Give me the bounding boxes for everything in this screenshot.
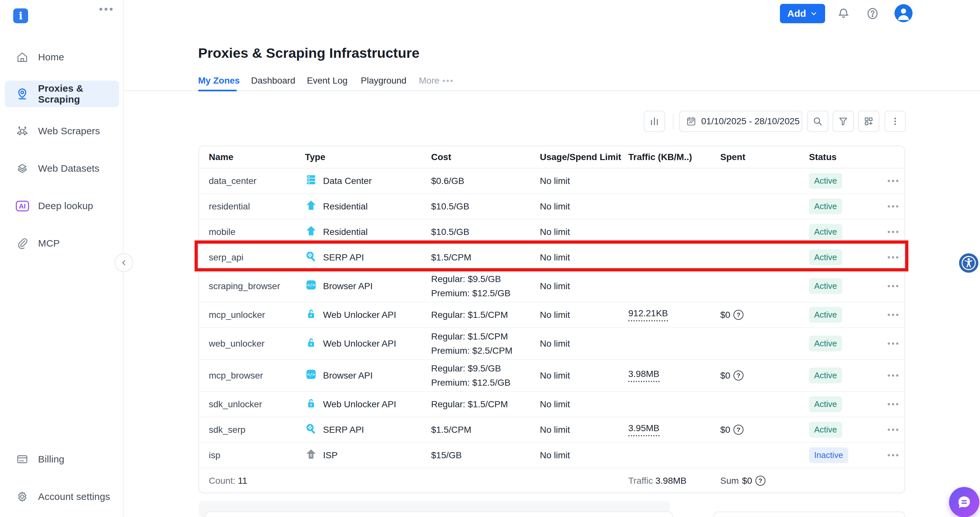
zone-traffic[interactable]: 912.21KB (628, 308, 668, 321)
user-avatar[interactable] (894, 4, 913, 22)
tab-playground[interactable]: Playground (361, 76, 407, 86)
chart-view-button[interactable] (644, 111, 665, 132)
brand-logo[interactable]: i (13, 8, 28, 23)
table-row[interactable]: sdk_unlockerWeb Unlocker APIRegular: $1.… (199, 392, 905, 417)
house-icon (305, 199, 317, 214)
row-menu-button[interactable] (886, 371, 906, 380)
calendar-icon (686, 116, 697, 127)
zone-limit: No limit (540, 339, 628, 349)
tab-event-log[interactable]: Event Log (307, 76, 348, 86)
chat-widget-button[interactable] (949, 487, 979, 517)
layers-icon (16, 162, 29, 175)
sidebar-item-account-settings[interactable]: Account settings (5, 484, 119, 510)
col-header-type[interactable]: Type (305, 152, 431, 162)
row-menu-button[interactable] (886, 227, 906, 236)
add-button-label: Add (788, 8, 806, 19)
serp-icon (305, 250, 317, 265)
add-button[interactable]: Add (780, 4, 825, 23)
filter-funnel-icon (838, 116, 849, 127)
filter-button[interactable] (832, 111, 854, 132)
row-menu-button[interactable] (886, 282, 906, 290)
table-row[interactable]: data_centerData Center$0.6/GBNo limitAct… (199, 169, 905, 194)
zone-spent: $0 (720, 310, 730, 320)
bar-chart-icon (649, 116, 660, 127)
col-header-status[interactable]: Status (809, 152, 886, 162)
zone-cost: Regular: $1.5/CPM (431, 329, 540, 344)
bell-icon (837, 7, 850, 20)
col-header-name[interactable]: Name (209, 152, 305, 162)
zone-traffic[interactable]: 3.98MB (628, 369, 660, 382)
isp-house-icon: S (305, 448, 317, 460)
table-menu-button[interactable] (885, 111, 906, 132)
table-row[interactable]: mobileResidential$10.5/GBNo limitActive (199, 220, 905, 245)
status-badge: Active (809, 173, 842, 189)
table-row[interactable]: ispSISP$15/GBNo limitInactive (199, 443, 905, 468)
status-badge: Active (809, 199, 842, 214)
spent-help-icon[interactable]: ? (733, 371, 743, 380)
sidebar-item-home[interactable]: Home (5, 44, 119, 70)
sidebar-menu-dots-icon[interactable] (99, 8, 113, 11)
sidebar-item-web-scrapers[interactable]: Web Scrapers (5, 118, 119, 144)
sidebar-collapse-button[interactable] (115, 253, 133, 272)
more-dots-icon (443, 80, 453, 82)
status-badge: Active (809, 336, 842, 352)
zone-traffic[interactable]: 3.95MB (628, 423, 660, 436)
sidebar-item-mcp[interactable]: MCP (5, 230, 119, 256)
map-pin-icon (16, 87, 29, 101)
accessibility-widget-button[interactable] (959, 253, 978, 273)
row-menu-button[interactable] (886, 400, 906, 409)
spent-help-icon[interactable]: ? (733, 310, 743, 320)
table-row[interactable]: residentialResidential$10.5/GBNo limitAc… (199, 194, 905, 220)
table-row[interactable]: mcp_browser</>Browser APIRegular: $9.5/G… (199, 360, 905, 392)
notifications-button[interactable] (835, 5, 852, 22)
sidebar-item-deep-lookup[interactable]: AI Deep lookup (5, 192, 119, 219)
col-header-limit[interactable]: Usage/Spend Limit (540, 152, 628, 162)
spent-help-icon[interactable]: ? (733, 425, 743, 435)
traffic-total-value: 3.98MB (655, 476, 687, 486)
zone-name: sdk_unlocker (209, 399, 305, 410)
sidebar-item-billing[interactable]: Billing (5, 446, 119, 472)
search-button[interactable] (807, 111, 828, 132)
zone-limit: No limit (540, 399, 628, 410)
sidebar-item-proxies-scraping[interactable]: Proxies & Scraping (5, 81, 119, 107)
table-row[interactable]: web_unlockerWeb Unlocker APIRegular: $1.… (199, 328, 905, 360)
zone-cost: $15/GB (431, 448, 540, 463)
zones-table: Name Type Cost Usage/Spend Limit Traffic… (199, 146, 905, 493)
tab-my-zones[interactable]: My Zones (198, 76, 240, 86)
serp-search-gear-icon (305, 250, 317, 262)
sum-help-icon[interactable]: ? (756, 476, 765, 486)
tab-dashboard[interactable]: Dashboard (251, 76, 295, 86)
row-menu-button[interactable] (886, 451, 906, 460)
zone-cost: Regular: $9.5/GB (431, 272, 540, 286)
row-menu-button[interactable] (886, 177, 906, 185)
table-row[interactable]: serp_apiSERP API$1.5/CPMNo limitActive (199, 245, 905, 270)
zone-limit: No limit (540, 281, 628, 291)
col-header-spent[interactable]: Spent (720, 152, 809, 162)
customize-columns-button[interactable] (858, 111, 879, 132)
col-header-cost[interactable]: Cost (431, 152, 540, 162)
row-menu-button[interactable] (886, 339, 906, 348)
table-row[interactable]: sdk_serpSERP API$1.5/CPMNo limit3.95MB$0… (199, 417, 905, 443)
help-button[interactable] (864, 5, 881, 22)
sidebar-item-label: Proxies & Scraping (38, 83, 119, 105)
row-menu-button[interactable] (886, 202, 906, 211)
zone-limit: No limit (540, 227, 628, 237)
page-title: Proxies & Scraping Infrastructure (198, 45, 420, 61)
date-range-picker[interactable]: 01/10/2025 - 28/10/2025 (679, 111, 802, 132)
zone-cost: Premium: $2.5/CPM (431, 344, 540, 358)
sidebar-item-label: Home (38, 52, 64, 63)
row-menu-button[interactable] (886, 425, 906, 434)
paperclip-icon (16, 237, 29, 250)
active-tab-underline (198, 90, 237, 91)
unlocker-icon (305, 336, 317, 351)
table-row[interactable]: mcp_unlockerWeb Unlocker APIRegular: $1.… (199, 302, 905, 328)
zone-name: mobile (209, 227, 305, 237)
row-menu-button[interactable] (886, 310, 906, 319)
col-header-traffic[interactable]: Traffic (KB/M..) (628, 152, 720, 162)
table-row[interactable]: scraping_browser</>Browser APIRegular: $… (199, 270, 905, 302)
sidebar-item-web-datasets[interactable]: Web Datasets (5, 155, 119, 182)
zone-type-label: Web Unlocker API (323, 339, 396, 349)
row-menu-button[interactable] (886, 253, 906, 262)
sidebar-item-label: Account settings (38, 491, 110, 502)
tab-more[interactable]: More (419, 76, 453, 86)
